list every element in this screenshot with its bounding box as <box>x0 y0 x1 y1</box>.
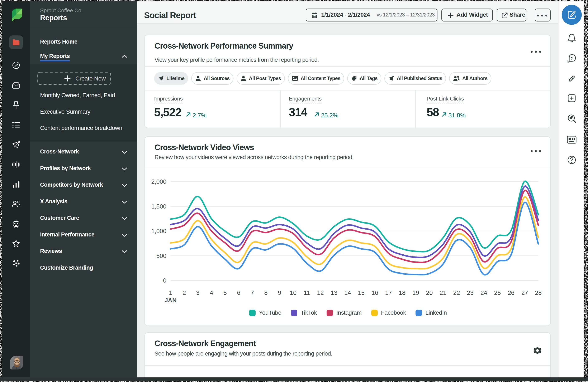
svg-text:20: 20 <box>426 289 433 296</box>
svg-text:6: 6 <box>237 289 240 296</box>
svg-text:9: 9 <box>278 289 281 296</box>
svg-text:14: 14 <box>344 289 351 296</box>
svg-text:500: 500 <box>156 252 167 259</box>
svg-text:22: 22 <box>453 289 460 296</box>
svg-text:18: 18 <box>399 289 405 296</box>
svg-text:2: 2 <box>183 289 186 296</box>
svg-text:8: 8 <box>264 289 268 296</box>
svg-text:19: 19 <box>412 289 419 296</box>
svg-text:7: 7 <box>251 289 254 296</box>
svg-text:27: 27 <box>521 289 528 296</box>
svg-text:13: 13 <box>331 289 337 296</box>
svg-text:1,000: 1,000 <box>151 228 167 234</box>
svg-text:1,500: 1,500 <box>151 203 167 210</box>
svg-text:4: 4 <box>210 289 213 296</box>
svg-text:JAN: JAN <box>165 297 177 304</box>
svg-text:26: 26 <box>508 289 514 296</box>
svg-text:0: 0 <box>163 277 167 284</box>
svg-text:23: 23 <box>467 289 474 296</box>
svg-text:17: 17 <box>385 289 392 296</box>
svg-text:28: 28 <box>535 289 542 296</box>
svg-text:10: 10 <box>290 289 296 296</box>
svg-text:16: 16 <box>372 289 378 296</box>
svg-text:24: 24 <box>481 289 487 296</box>
svg-text:15: 15 <box>358 289 365 296</box>
svg-text:5: 5 <box>223 289 227 296</box>
svg-text:1: 1 <box>169 289 172 296</box>
svg-text:12: 12 <box>317 289 324 296</box>
svg-text:2,000: 2,000 <box>151 178 167 185</box>
svg-text:3: 3 <box>196 289 199 296</box>
svg-text:25: 25 <box>494 289 501 296</box>
svg-text:21: 21 <box>440 289 446 296</box>
svg-text:11: 11 <box>304 289 310 296</box>
